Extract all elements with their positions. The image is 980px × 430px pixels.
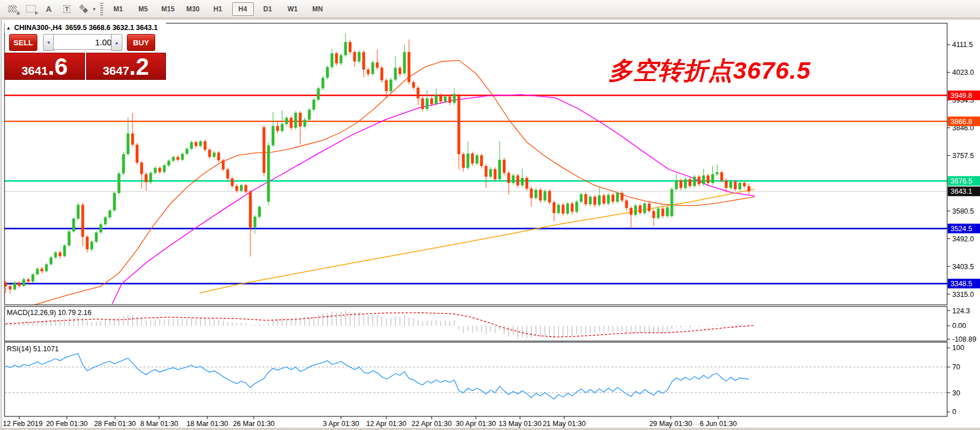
price-tiles: 3641 .6 3647 .2: [5, 53, 166, 80]
volume-input[interactable]: 1.00: [53, 34, 117, 50]
svg-text:3403.5: 3403.5: [952, 263, 974, 271]
svg-text:124.3: 124.3: [952, 307, 970, 315]
ohlc-values: 3659.5 3668.6 3632.1 3643.1: [65, 24, 157, 32]
svg-text:3757.5: 3757.5: [952, 152, 974, 160]
svg-text:3676.5: 3676.5: [951, 177, 972, 185]
timeframe-group: M1M5M15M30H1H4D1W1MN: [108, 2, 329, 16]
bid-price-tile[interactable]: 3641 .6: [5, 53, 85, 80]
toolbar: EFAT▾ M1M5M15M30H1H4D1W1MN: [0, 0, 980, 18]
svg-text:20 Feb 01:30: 20 Feb 01:30: [46, 420, 88, 428]
svg-text:4023.0: 4023.0: [952, 69, 974, 76]
hatch-pattern-tool-icon[interactable]: E: [3, 2, 22, 16]
svg-text:0: 0: [952, 408, 956, 416]
symbol-label: CHINA300-,H4: [14, 24, 62, 32]
bid-dec: .6: [48, 53, 68, 80]
timeframe-h4[interactable]: H4: [232, 2, 254, 16]
svg-text:3643.1: 3643.1: [951, 188, 972, 195]
svg-text:18 Mar 01:30: 18 Mar 01:30: [186, 420, 228, 428]
volume-increase-button[interactable]: ▲: [111, 34, 122, 51]
timeframe-m15[interactable]: M15: [157, 2, 179, 16]
svg-text:28 Feb 01:30: 28 Feb 01:30: [94, 420, 136, 428]
svg-text:30 Apr 01:30: 30 Apr 01:30: [456, 420, 496, 428]
svg-text:22 Apr 01:30: 22 Apr 01:30: [412, 420, 452, 428]
svg-text:3315.0: 3315.0: [952, 291, 974, 299]
sell-button[interactable]: SELL: [9, 34, 37, 51]
svg-text:26 Mar 01:30: 26 Mar 01:30: [233, 420, 275, 428]
svg-text:21 May 01:30: 21 May 01:30: [543, 420, 586, 428]
svg-text:70: 70: [952, 363, 960, 371]
svg-text:29 May 01:30: 29 May 01:30: [649, 420, 692, 428]
svg-text:8 Mar 01:30: 8 Mar 01:30: [140, 420, 178, 428]
macd-label: MACD(12,26,9) 10.79 2.16: [7, 309, 91, 317]
bid-int: 3641: [22, 58, 48, 83]
toolbar-drag-handle[interactable]: [100, 3, 103, 15]
svg-text:3 Apr 01:30: 3 Apr 01:30: [323, 420, 359, 428]
svg-text:3492.0: 3492.0: [952, 235, 974, 243]
mt4-window: 4111.54023.03934.53846.03757.53580.53492…: [0, 0, 980, 430]
timeframe-h1[interactable]: H1: [207, 2, 229, 16]
svg-text:3866.8: 3866.8: [951, 118, 972, 126]
timeframe-mn[interactable]: MN: [307, 2, 329, 16]
svg-text:100: 100: [952, 344, 964, 352]
text-box-tool-icon[interactable]: T: [58, 2, 76, 16]
timeframe-m30[interactable]: M30: [182, 2, 204, 16]
rsi-label: RSI(14) 51.1071: [7, 345, 59, 353]
timeframe-m1[interactable]: M1: [108, 2, 129, 16]
timeframe-d1[interactable]: D1: [257, 2, 279, 16]
trade-panel: ▲ CHINA300-,H4 3659.5 3668.6 3632.1 3643…: [5, 23, 166, 80]
annotation-text: 多空转折点3676.5: [608, 54, 811, 87]
svg-text:4111.5: 4111.5: [952, 41, 973, 49]
svg-text:12 Apr 01:30: 12 Apr 01:30: [367, 420, 407, 428]
text-label-tool-icon[interactable]: A: [40, 2, 58, 16]
svg-text:3348.5: 3348.5: [951, 280, 972, 288]
chart-symbol-header: ▲ CHINA300-,H4 3659.5 3668.6 3632.1 3643…: [5, 23, 166, 33]
ask-int: 3647: [103, 58, 129, 83]
svg-text:3524.5: 3524.5: [951, 225, 972, 233]
svg-text:3580.5: 3580.5: [952, 207, 974, 215]
timeframe-w1[interactable]: W1: [282, 2, 304, 16]
svg-text:30: 30: [952, 389, 960, 397]
svg-text:-108.89: -108.89: [952, 335, 976, 343]
ask-price-tile[interactable]: 3647 .2: [86, 53, 167, 80]
order-row: SELL ▼ 1.00 ▲ BUY: [5, 34, 166, 51]
svg-text:12 Feb 2019: 12 Feb 2019: [3, 420, 42, 428]
svg-text:3949.8: 3949.8: [951, 92, 972, 100]
volume-decrease-button[interactable]: ▼: [43, 34, 54, 51]
svg-text:13 May 01:30: 13 May 01:30: [498, 420, 542, 428]
drawing-tools-group: EFAT▾: [3, 2, 96, 16]
ask-dec: .2: [129, 53, 149, 80]
fibo-grid-tool-icon[interactable]: F: [22, 2, 40, 16]
timeframe-m5[interactable]: M5: [133, 2, 154, 16]
buy-button[interactable]: BUY: [127, 34, 155, 51]
arrow-style-tool-icon[interactable]: [76, 2, 94, 16]
collapse-icon[interactable]: ▲: [6, 25, 11, 31]
svg-text:0.00: 0.00: [952, 322, 966, 330]
svg-text:6 Jun 01:30: 6 Jun 01:30: [700, 420, 736, 428]
